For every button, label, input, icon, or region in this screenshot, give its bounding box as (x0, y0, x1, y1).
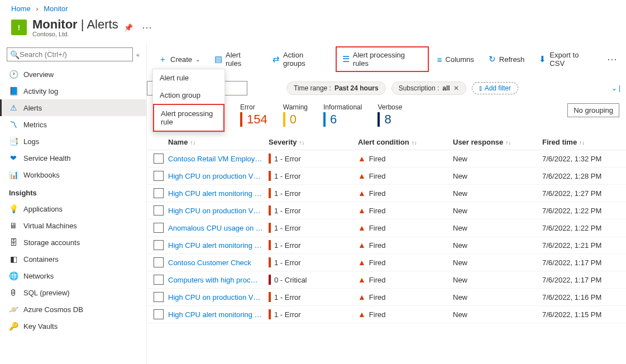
more-icon[interactable]: ⋯ (138, 21, 155, 33)
columns-icon: ≡ (437, 55, 442, 64)
table-row[interactable]: High CPU alert monitoring … 1 - Error ▲F… (147, 237, 626, 254)
insights-header: Insights (0, 183, 146, 200)
response-cell: New (453, 241, 542, 250)
refresh-button[interactable]: ↻Refresh (482, 50, 531, 68)
table-row[interactable]: Contoso Retail VM Employ… 1 - Error ▲Fir… (147, 150, 626, 167)
row-checkbox[interactable] (154, 309, 164, 319)
table-row[interactable]: High CPU on production V… 1 - Error ▲Fir… (147, 202, 626, 219)
sidebar-item-overview[interactable]: 🕐Overview (0, 66, 146, 83)
create-button[interactable]: ＋ Create ⌄ (152, 50, 206, 69)
list-icon: ☰ (342, 54, 350, 64)
sidebar-item-applications[interactable]: 💡Applications (0, 200, 146, 217)
sidebar-item-azure-cosmos-db[interactable]: 🪐Azure Cosmos DB (0, 301, 146, 318)
row-checkbox[interactable] (154, 240, 164, 250)
severity-cell: 1 - Error (269, 257, 358, 267)
alert-name-link[interactable]: Contoso Retail VM Employ… (168, 155, 263, 163)
table-row[interactable]: Contoso Customer Check 1 - Error ▲Fired … (147, 254, 626, 271)
col-response[interactable]: User response↑↓ (453, 138, 542, 146)
breadcrumb-current[interactable]: Monitor (44, 4, 68, 13)
menu-alert-processing-rule[interactable]: Alert processing rule (153, 104, 224, 132)
warning-icon: ▲ (358, 310, 366, 319)
row-checkbox[interactable] (154, 275, 164, 285)
action-groups-button[interactable]: ⇄Action groups (266, 47, 333, 71)
table-row[interactable]: Anomalous CPU usage on … 1 - Error ▲Fire… (147, 219, 626, 237)
stat-warning[interactable]: Warning0 (283, 103, 308, 127)
filter-subscription[interactable]: Subscription : all ✕ (391, 82, 466, 95)
row-checkbox[interactable] (154, 205, 164, 215)
table-row[interactable]: High CPU alert monitoring … 1 - Error ▲F… (147, 306, 626, 323)
col-condition[interactable]: Alert condition↑↓ (358, 138, 453, 146)
alert-name-link[interactable]: High CPU alert monitoring … (168, 241, 263, 250)
sidebar-item-workbooks[interactable]: 📊Workbooks (0, 166, 146, 183)
row-checkbox[interactable] (154, 257, 164, 267)
alert-name-link[interactable]: Anomalous CPU usage on … (168, 224, 263, 232)
response-cell: New (453, 207, 542, 215)
filter-timerange[interactable]: Time range : Past 24 hours (286, 82, 386, 95)
menu-alert-rule[interactable]: Alert rule (153, 69, 224, 87)
stat-verbose[interactable]: Verbose8 (377, 103, 402, 127)
alert-name-link[interactable]: High CPU on production V… (168, 207, 263, 215)
toolbar-more-icon[interactable]: ⋯ (604, 53, 620, 65)
rules-icon: ▤ (214, 54, 222, 64)
breadcrumb-home[interactable]: Home (11, 4, 31, 13)
search-input[interactable] (7, 47, 133, 61)
sidebar-item-storage-accounts[interactable]: 🗄Storage accounts (0, 234, 146, 251)
row-checkbox[interactable] (154, 292, 164, 302)
row-checkbox[interactable] (154, 188, 164, 198)
sidebar-item-label: Storage accounts (23, 238, 80, 247)
col-severity[interactable]: Severity↑↓ (269, 138, 358, 146)
collapse-sidebar-icon[interactable]: « (136, 51, 140, 58)
alert-name-link[interactable]: High CPU on production V… (168, 172, 263, 180)
fired-time-cell: 7/6/2022, 1:21 PM (542, 241, 609, 250)
col-fired[interactable]: Fired time↑↓ (542, 138, 609, 146)
sidebar-item-containers[interactable]: ◧Containers (0, 251, 146, 267)
table-row[interactable]: High CPU on production V… 1 - Error ▲Fir… (147, 167, 626, 185)
table-row[interactable]: High CPU on production V… 1 - Error ▲Fir… (147, 289, 626, 306)
sidebar-item-service-health[interactable]: ❤Service Health (0, 150, 146, 166)
sidebar-item-logs[interactable]: 📑Logs (0, 133, 146, 150)
sidebar-item-sql--preview-[interactable]: 🛢SQL (preview) (0, 284, 146, 301)
grouping-dropdown[interactable]: No grouping (567, 103, 619, 117)
row-checkbox[interactable] (154, 171, 164, 181)
alert-rules-button[interactable]: ▤Alert rules (208, 47, 264, 71)
sidebar-item-key-vaults[interactable]: 🔑Key Vaults (0, 318, 146, 334)
pin-icon[interactable]: 📌 (124, 23, 133, 32)
columns-button[interactable]: ≡Columns (431, 51, 480, 68)
alert-name-link[interactable]: Contoso Customer Check (168, 258, 263, 267)
response-cell: New (453, 293, 542, 301)
condition-cell: ▲Fired (358, 223, 453, 232)
sidebar-item-alerts[interactable]: ⚠Alerts (0, 99, 146, 116)
table-row[interactable]: Computers with high proc… 0 - Critical ▲… (147, 271, 626, 289)
alert-processing-rules-button[interactable]: ☰Alert processing rules (336, 46, 429, 72)
sidebar-item-activity-log[interactable]: 📘Activity log (0, 83, 146, 99)
row-checkbox[interactable] (154, 223, 164, 233)
close-icon[interactable]: ✕ (453, 84, 459, 92)
alert-name-link[interactable]: High CPU alert monitoring … (168, 189, 263, 198)
table-row[interactable]: High CPU alert monitoring … 1 - Error ▲F… (147, 185, 626, 202)
alert-name-link[interactable]: High CPU alert monitoring … (168, 310, 263, 319)
sidebar-item-metrics[interactable]: 〽Metrics (0, 116, 146, 133)
col-name[interactable]: Name↑↓ (168, 138, 269, 146)
alert-name-link[interactable]: High CPU on production V… (168, 293, 263, 301)
sidebar-item-virtual-machines[interactable]: 🖥Virtual Machines (0, 217, 146, 234)
condition-cell: ▲Fired (358, 241, 453, 250)
sidebar-item-networks[interactable]: 🌐Networks (0, 267, 146, 284)
stat-informational[interactable]: Informational6 (323, 103, 362, 127)
severity-bar-icon (269, 257, 271, 267)
severity-cell: 1 - Error (269, 240, 358, 250)
severity-bar-icon (269, 171, 271, 181)
sidebar-item-label: Activity log (23, 87, 58, 95)
sidebar-item-label: Virtual Machines (23, 222, 77, 230)
refresh-icon: ↻ (489, 54, 496, 64)
menu-action-group[interactable]: Action group (153, 87, 224, 104)
export-button[interactable]: ⬇Export to CSV (533, 47, 601, 71)
alert-name-link[interactable]: Computers with high proc… (168, 276, 263, 284)
expand-icon[interactable]: ⌄ | (611, 84, 620, 92)
page-title: Monitor | Alerts (32, 17, 118, 32)
stat-error[interactable]: Error154 (240, 103, 267, 127)
nav-icon: ❤ (9, 154, 18, 162)
search-icon: 🔍 (10, 50, 19, 59)
warning-icon: ▲ (358, 293, 366, 301)
add-filter-button[interactable]: ⫿Add filter (472, 82, 518, 94)
row-checkbox[interactable] (154, 154, 164, 164)
